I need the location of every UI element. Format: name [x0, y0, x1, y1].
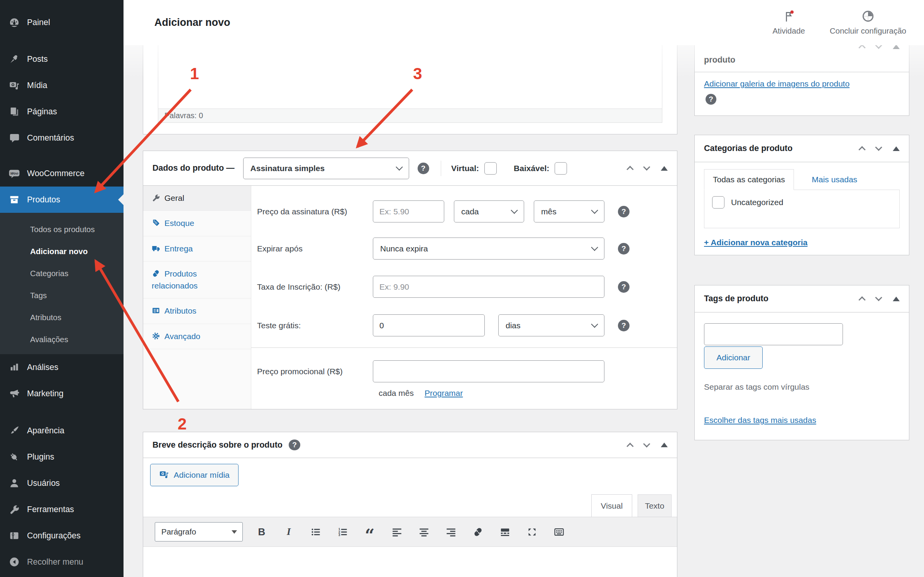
expire-after-select[interactable]: Nunca expira	[373, 238, 604, 260]
sidebar-item-plugins[interactable]: Plugins	[0, 444, 124, 470]
read-more-icon[interactable]	[499, 526, 511, 538]
help-icon[interactable]: ?	[618, 206, 630, 217]
sidebar-item-produtos[interactable]: Produtos	[0, 187, 124, 213]
sidebar-item-usuarios[interactable]: Usuários	[0, 470, 124, 496]
bold-icon[interactable]: B	[256, 526, 267, 538]
product-type-select[interactable]: Assinatura simples	[243, 158, 409, 179]
tab-estoque[interactable]: Estoque	[143, 211, 251, 236]
schedule-link[interactable]: Programar	[425, 389, 463, 398]
sidebar-item-label: Recolher menu	[27, 557, 83, 567]
short-description-content-area[interactable]	[143, 548, 677, 577]
help-icon[interactable]: ?	[289, 440, 300, 450]
sale-price-label: Preço promocional (R$)	[257, 367, 373, 376]
products-submenu: Todos os produtos Adicionar novo Categor…	[0, 213, 124, 354]
sidebar-item-configuracoes[interactable]: Configurações	[0, 523, 124, 549]
help-icon[interactable]: ?	[618, 281, 630, 293]
activity-label: Atividade	[772, 26, 805, 36]
move-down-icon[interactable]	[643, 163, 650, 170]
category-item-uncategorized: Uncategorized	[712, 196, 892, 209]
help-icon[interactable]: ?	[418, 163, 429, 174]
paragraph-format-select[interactable]: Parágrafo	[155, 522, 243, 541]
submenu-item-atributos[interactable]: Atributos	[0, 306, 124, 328]
help-icon[interactable]: ?	[706, 94, 716, 105]
virtual-label: Virtual:	[451, 164, 479, 173]
svg-text:3: 3	[338, 533, 340, 537]
tab-atributos[interactable]: Atributos	[143, 299, 251, 324]
trial-period-select[interactable]: dias	[498, 314, 604, 336]
blockquote-icon[interactable]: “	[364, 526, 376, 538]
collapse-toggle-icon[interactable]	[661, 166, 668, 171]
sidebar-item-analises[interactable]: Análises	[0, 354, 124, 380]
italic-icon[interactable]: I	[283, 526, 294, 538]
move-down-icon[interactable]	[643, 440, 650, 447]
billing-interval-select[interactable]: mês	[534, 200, 604, 222]
sidebar-item-painel[interactable]: Painel	[0, 9, 124, 36]
move-up-icon[interactable]	[626, 443, 633, 450]
activity-button[interactable]: Atividade	[772, 10, 805, 36]
move-down-icon[interactable]	[875, 294, 882, 301]
add-new-category-link[interactable]: + Adicionar nova categoria	[704, 238, 807, 247]
tags-hint-text: Separar as tags com vírgulas	[704, 382, 900, 392]
help-icon[interactable]: ?	[618, 320, 630, 331]
move-up-icon[interactable]	[858, 296, 865, 303]
collapse-toggle-icon[interactable]	[893, 146, 900, 151]
tab-texto[interactable]: Texto	[638, 494, 672, 517]
tab-produtos-relacionados[interactable]: Produtos relacionados	[143, 261, 251, 299]
align-center-icon[interactable]	[418, 526, 430, 538]
sidebar-item-label: Usuários	[27, 479, 60, 488]
sidebar-item-aparencia[interactable]: Aparência	[0, 417, 124, 444]
add-media-button[interactable]: Adicionar mídia	[150, 464, 239, 486]
move-up-icon[interactable]	[626, 166, 633, 173]
billing-period-select[interactable]: cada	[454, 200, 524, 222]
move-down-icon[interactable]	[875, 144, 882, 151]
expire-after-row: Expirar após Nunca expira ?	[257, 238, 677, 260]
numbered-list-icon[interactable]: 123	[337, 526, 349, 538]
submenu-item-avaliacoes[interactable]: Avaliações	[0, 328, 124, 350]
signup-fee-input[interactable]	[373, 276, 604, 298]
admin-sidebar: Painel Posts Mídia Páginas Comentários W…	[0, 0, 124, 577]
free-trial-input[interactable]	[373, 314, 485, 336]
link-icon[interactable]	[472, 526, 484, 538]
tab-most-used[interactable]: Mais usadas	[812, 175, 857, 184]
align-right-icon[interactable]	[445, 526, 457, 538]
sidebar-item-posts[interactable]: Posts	[0, 46, 124, 72]
help-icon[interactable]: ?	[618, 243, 630, 255]
tab-avancado[interactable]: Avançado	[143, 324, 251, 349]
content-top-shadow	[124, 45, 924, 78]
sidebar-item-marketing[interactable]: Marketing	[0, 380, 124, 407]
downloadable-checkbox[interactable]	[555, 162, 567, 175]
align-left-icon[interactable]	[391, 526, 403, 538]
choose-most-used-tags-link[interactable]: Escolher das tags mais usadas	[704, 416, 816, 425]
submenu-item-categorias[interactable]: Categorias	[0, 262, 124, 284]
submenu-item-tags[interactable]: Tags	[0, 284, 124, 306]
sale-price-input[interactable]	[373, 360, 604, 382]
move-up-icon[interactable]	[858, 146, 865, 153]
tab-visual[interactable]: Visual	[591, 494, 632, 517]
submenu-item-adicionar-novo[interactable]: Adicionar novo	[0, 240, 124, 262]
tab-geral[interactable]: Geral	[143, 186, 251, 211]
tab-entrega[interactable]: Entrega	[143, 236, 251, 261]
tab-all-categories[interactable]: Todas as categorias	[704, 169, 794, 190]
sidebar-item-midia[interactable]: Mídia	[0, 72, 124, 98]
finish-setup-button[interactable]: Concluir configuração	[830, 10, 906, 36]
product-tags-panel: Tags de produto Adicionar Separar as tag…	[694, 285, 909, 440]
sidebar-item-paginas[interactable]: Páginas	[0, 98, 124, 125]
sidebar-item-comentarios[interactable]: Comentários	[0, 125, 124, 151]
collapse-toggle-icon[interactable]	[893, 297, 900, 301]
categories-panel-header: Categorias de produto	[695, 135, 909, 162]
sidebar-collapse-menu[interactable]: Recolher menu	[0, 549, 124, 575]
tab-label: Visual	[601, 501, 623, 511]
submenu-item-todos-os-produtos[interactable]: Todos os produtos	[0, 218, 124, 240]
sidebar-item-ferramentas[interactable]: Ferramentas	[0, 496, 124, 523]
fullscreen-icon[interactable]	[526, 526, 538, 538]
add-gallery-link[interactable]: Adicionar galeria de imagens do produto	[704, 79, 850, 88]
collapse-toggle-icon[interactable]	[661, 443, 668, 447]
subscription-price-input[interactable]	[373, 200, 444, 222]
keyboard-toolbar-icon[interactable]	[553, 526, 565, 538]
tag-input[interactable]	[704, 323, 843, 345]
bullet-list-icon[interactable]	[310, 526, 322, 538]
uncategorized-checkbox[interactable]	[712, 196, 724, 209]
add-tag-button[interactable]: Adicionar	[704, 346, 763, 369]
virtual-checkbox[interactable]	[484, 162, 497, 175]
sidebar-item-woocommerce[interactable]: Woo WooCommerce	[0, 160, 124, 187]
